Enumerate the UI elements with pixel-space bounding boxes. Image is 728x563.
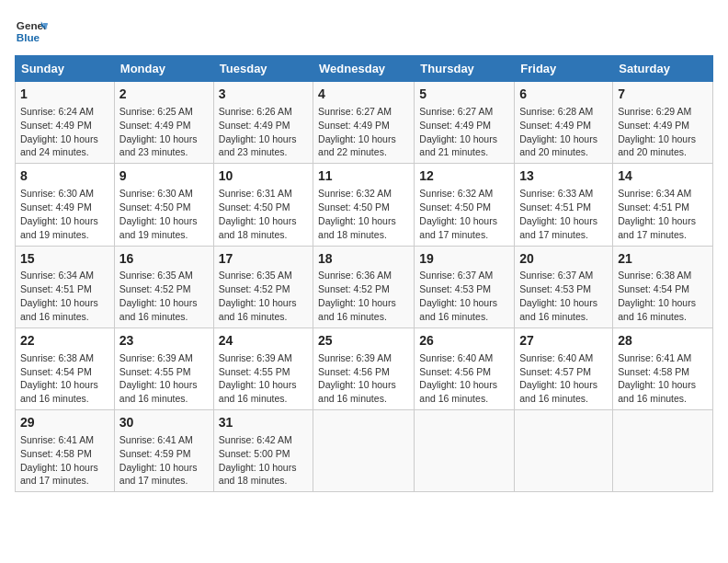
- col-header-friday: Friday: [515, 56, 613, 82]
- day-info: Sunrise: 6:34 AM Sunset: 4:51 PM Dayligh…: [618, 188, 696, 240]
- day-info: Sunrise: 6:28 AM Sunset: 4:49 PM Dayligh…: [519, 106, 597, 158]
- day-info: Sunrise: 6:37 AM Sunset: 4:53 PM Dayligh…: [519, 270, 597, 322]
- day-info: Sunrise: 6:42 AM Sunset: 5:00 PM Dayligh…: [219, 434, 297, 487]
- calendar-cell: 8Sunrise: 6:30 AM Sunset: 4:49 PM Daylig…: [16, 164, 115, 246]
- calendar-cell: 9Sunrise: 6:30 AM Sunset: 4:50 PM Daylig…: [114, 164, 213, 246]
- day-number: 5: [419, 86, 509, 103]
- day-number: 21: [618, 250, 708, 268]
- calendar-cell: 20Sunrise: 6:37 AM Sunset: 4:53 PM Dayli…: [515, 246, 613, 327]
- day-number: 7: [618, 86, 708, 103]
- calendar-week-1: 1Sunrise: 6:24 AM Sunset: 4:49 PM Daylig…: [16, 82, 713, 164]
- day-number: 24: [219, 332, 308, 350]
- calendar-cell: [313, 410, 415, 492]
- col-header-monday: Monday: [114, 56, 213, 82]
- calendar-cell: 4Sunrise: 6:27 AM Sunset: 4:49 PM Daylig…: [313, 82, 415, 164]
- day-number: 19: [419, 250, 509, 268]
- day-number: 22: [20, 332, 109, 350]
- calendar-cell: 27Sunrise: 6:40 AM Sunset: 4:57 PM Dayli…: [515, 327, 613, 409]
- col-header-thursday: Thursday: [415, 56, 515, 82]
- col-header-saturday: Saturday: [613, 56, 713, 82]
- day-number: 29: [20, 414, 109, 431]
- day-info: Sunrise: 6:41 AM Sunset: 4:59 PM Dayligh…: [119, 434, 198, 487]
- col-header-sunday: Sunday: [16, 56, 115, 82]
- day-number: 13: [519, 167, 608, 185]
- calendar-cell: 13Sunrise: 6:33 AM Sunset: 4:51 PM Dayli…: [515, 164, 613, 246]
- day-number: 10: [219, 167, 308, 185]
- calendar-cell: 18Sunrise: 6:36 AM Sunset: 4:52 PM Dayli…: [313, 246, 415, 327]
- day-info: Sunrise: 6:38 AM Sunset: 4:54 PM Dayligh…: [618, 270, 696, 322]
- day-info: Sunrise: 6:29 AM Sunset: 4:49 PM Dayligh…: [618, 106, 696, 158]
- calendar-cell: 5Sunrise: 6:27 AM Sunset: 4:49 PM Daylig…: [415, 82, 515, 164]
- day-info: Sunrise: 6:40 AM Sunset: 4:56 PM Dayligh…: [419, 352, 497, 405]
- calendar-week-2: 8Sunrise: 6:30 AM Sunset: 4:49 PM Daylig…: [16, 164, 713, 246]
- day-info: Sunrise: 6:39 AM Sunset: 4:55 PM Dayligh…: [119, 352, 198, 405]
- day-number: 23: [119, 332, 209, 350]
- calendar-cell: 16Sunrise: 6:35 AM Sunset: 4:52 PM Dayli…: [114, 246, 213, 327]
- calendar-cell: 2Sunrise: 6:25 AM Sunset: 4:49 PM Daylig…: [114, 82, 213, 164]
- day-info: Sunrise: 6:36 AM Sunset: 4:52 PM Dayligh…: [318, 270, 396, 322]
- calendar-cell: 10Sunrise: 6:31 AM Sunset: 4:50 PM Dayli…: [213, 164, 313, 246]
- calendar-cell: 7Sunrise: 6:29 AM Sunset: 4:49 PM Daylig…: [613, 82, 713, 164]
- day-number: 3: [219, 86, 308, 103]
- day-number: 25: [318, 332, 409, 350]
- day-info: Sunrise: 6:30 AM Sunset: 4:50 PM Dayligh…: [119, 188, 198, 240]
- calendar-cell: [515, 410, 613, 492]
- calendar-cell: 17Sunrise: 6:35 AM Sunset: 4:52 PM Dayli…: [213, 246, 313, 327]
- calendar-cell: 1Sunrise: 6:24 AM Sunset: 4:49 PM Daylig…: [16, 82, 115, 164]
- calendar-header: SundayMondayTuesdayWednesdayThursdayFrid…: [16, 56, 713, 82]
- logo: General Blue: [15, 15, 48, 48]
- calendar-week-3: 15Sunrise: 6:34 AM Sunset: 4:51 PM Dayli…: [16, 246, 713, 327]
- day-info: Sunrise: 6:24 AM Sunset: 4:49 PM Dayligh…: [20, 106, 98, 158]
- calendar-cell: 14Sunrise: 6:34 AM Sunset: 4:51 PM Dayli…: [613, 164, 713, 246]
- day-number: 6: [519, 86, 608, 103]
- calendar-cell: 29Sunrise: 6:41 AM Sunset: 4:58 PM Dayli…: [16, 410, 115, 492]
- day-info: Sunrise: 6:39 AM Sunset: 4:55 PM Dayligh…: [219, 352, 297, 405]
- calendar-cell: 23Sunrise: 6:39 AM Sunset: 4:55 PM Dayli…: [114, 327, 213, 409]
- day-info: Sunrise: 6:40 AM Sunset: 4:57 PM Dayligh…: [519, 352, 597, 405]
- calendar-week-5: 29Sunrise: 6:41 AM Sunset: 4:58 PM Dayli…: [16, 410, 713, 492]
- day-number: 2: [119, 86, 209, 103]
- day-info: Sunrise: 6:31 AM Sunset: 4:50 PM Dayligh…: [219, 188, 297, 240]
- day-info: Sunrise: 6:27 AM Sunset: 4:49 PM Dayligh…: [419, 106, 497, 158]
- day-number: 31: [219, 414, 308, 431]
- calendar-cell: 31Sunrise: 6:42 AM Sunset: 5:00 PM Dayli…: [213, 410, 313, 492]
- calendar-week-4: 22Sunrise: 6:38 AM Sunset: 4:54 PM Dayli…: [16, 327, 713, 409]
- day-info: Sunrise: 6:35 AM Sunset: 4:52 PM Dayligh…: [119, 270, 198, 322]
- calendar-cell: 26Sunrise: 6:40 AM Sunset: 4:56 PM Dayli…: [415, 327, 515, 409]
- calendar-cell: 19Sunrise: 6:37 AM Sunset: 4:53 PM Dayli…: [415, 246, 515, 327]
- calendar-cell: 6Sunrise: 6:28 AM Sunset: 4:49 PM Daylig…: [515, 82, 613, 164]
- day-number: 12: [419, 167, 509, 185]
- day-info: Sunrise: 6:26 AM Sunset: 4:49 PM Dayligh…: [219, 106, 297, 158]
- col-header-tuesday: Tuesday: [213, 56, 313, 82]
- day-number: 26: [419, 332, 509, 350]
- day-number: 16: [119, 250, 209, 268]
- day-info: Sunrise: 6:27 AM Sunset: 4:49 PM Dayligh…: [318, 106, 396, 158]
- calendar-cell: 21Sunrise: 6:38 AM Sunset: 4:54 PM Dayli…: [613, 246, 713, 327]
- calendar-cell: [415, 410, 515, 492]
- calendar-cell: 3Sunrise: 6:26 AM Sunset: 4:49 PM Daylig…: [213, 82, 313, 164]
- calendar-cell: 12Sunrise: 6:32 AM Sunset: 4:50 PM Dayli…: [415, 164, 515, 246]
- day-info: Sunrise: 6:35 AM Sunset: 4:52 PM Dayligh…: [219, 270, 297, 322]
- calendar-table: SundayMondayTuesdayWednesdayThursdayFrid…: [15, 55, 713, 492]
- logo-icon: General Blue: [15, 15, 48, 48]
- day-number: 18: [318, 250, 409, 268]
- day-number: 27: [519, 332, 608, 350]
- day-number: 9: [119, 167, 209, 185]
- day-info: Sunrise: 6:37 AM Sunset: 4:53 PM Dayligh…: [419, 270, 497, 322]
- day-number: 4: [318, 86, 409, 103]
- day-number: 8: [20, 167, 109, 185]
- day-info: Sunrise: 6:30 AM Sunset: 4:49 PM Dayligh…: [20, 188, 98, 240]
- day-info: Sunrise: 6:39 AM Sunset: 4:56 PM Dayligh…: [318, 352, 396, 405]
- day-info: Sunrise: 6:34 AM Sunset: 4:51 PM Dayligh…: [20, 270, 98, 322]
- day-info: Sunrise: 6:41 AM Sunset: 4:58 PM Dayligh…: [618, 352, 696, 405]
- day-number: 1: [20, 86, 109, 103]
- day-info: Sunrise: 6:32 AM Sunset: 4:50 PM Dayligh…: [419, 188, 497, 240]
- svg-text:Blue: Blue: [17, 31, 40, 43]
- day-number: 14: [618, 167, 708, 185]
- col-header-wednesday: Wednesday: [313, 56, 415, 82]
- day-number: 20: [519, 250, 608, 268]
- calendar-cell: 25Sunrise: 6:39 AM Sunset: 4:56 PM Dayli…: [313, 327, 415, 409]
- day-number: 11: [318, 167, 409, 185]
- day-info: Sunrise: 6:41 AM Sunset: 4:58 PM Dayligh…: [20, 434, 98, 487]
- day-info: Sunrise: 6:25 AM Sunset: 4:49 PM Dayligh…: [119, 106, 198, 158]
